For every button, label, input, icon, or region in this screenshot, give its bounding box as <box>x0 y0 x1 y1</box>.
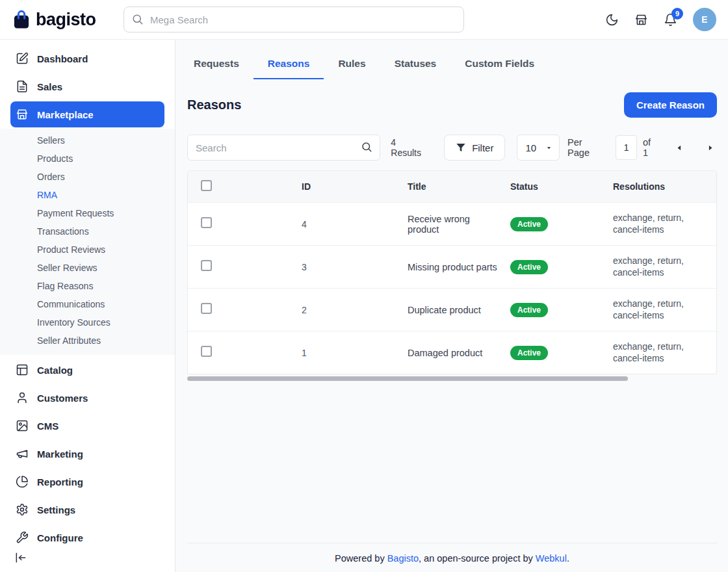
footer-text-suffix: . <box>567 553 569 564</box>
page-header: Reasons Create Reason <box>187 92 717 118</box>
search-icon <box>131 13 144 28</box>
brand-name: bagisto <box>36 10 96 30</box>
tab-rules[interactable]: Rules <box>324 50 380 79</box>
webkul-link[interactable]: Webkul <box>536 553 567 564</box>
sidebar-item-label: Configure <box>37 532 83 543</box>
cell-id: 2 <box>302 305 408 315</box>
sidebar-subitem-transactions[interactable]: Transactions <box>0 222 175 240</box>
chevron-right-icon <box>706 144 714 152</box>
top-header: bagisto 9 E <box>0 0 728 40</box>
horizontal-scrollbar <box>187 376 717 381</box>
status-badge: Active <box>510 303 548 317</box>
sidebar-item-cms[interactable]: CMS <box>10 413 164 439</box>
column-header-status[interactable]: Status <box>510 181 613 192</box>
sidebar-subitem-flag-reasons[interactable]: Flag Reasons <box>0 277 175 295</box>
sidebar: Dashboard Sales Marketplace Sellers Prod… <box>0 40 176 572</box>
notifications-button[interactable]: 9 <box>664 13 677 27</box>
configure-icon <box>16 531 29 544</box>
sidebar-item-settings[interactable]: Settings <box>10 497 164 523</box>
column-header-title[interactable]: Title <box>408 181 510 192</box>
sidebar-item-label: Sales <box>37 81 62 92</box>
next-page-button[interactable] <box>703 141 717 155</box>
per-page-value: 10 <box>525 142 536 153</box>
subitem-label: Products <box>37 153 73 164</box>
page-number-input[interactable] <box>616 135 637 160</box>
create-reason-button[interactable]: Create Reason <box>624 92 717 118</box>
footer-text-middle: , an open-source project by <box>419 553 536 564</box>
cms-icon <box>16 419 29 432</box>
sidebar-subitem-orders[interactable]: Orders <box>0 168 175 186</box>
tab-requests[interactable]: Requests <box>187 50 254 79</box>
per-page-select[interactable]: 10 <box>517 135 560 161</box>
datagrid-toolbar: 4 Results Filter 10 Per Page of 1 <box>187 135 717 161</box>
sidebar-item-catalog[interactable]: Catalog <box>10 357 164 383</box>
sidebar-item-label: Settings <box>37 504 75 515</box>
sidebar-subitem-inventory-sources[interactable]: Inventory Sources <box>0 313 175 332</box>
sidebar-item-configure[interactable]: Configure <box>10 525 164 551</box>
sidebar-item-marketing[interactable]: Marketing <box>10 441 164 467</box>
column-header-resolutions[interactable]: Resolutions <box>613 181 716 192</box>
visit-store-button[interactable] <box>634 13 648 27</box>
subitem-label: RMA <box>37 190 57 200</box>
sidebar-item-label: Catalog <box>37 365 73 376</box>
select-all-checkbox[interactable] <box>201 180 212 191</box>
subitem-label: Orders <box>37 172 65 182</box>
sidebar-subitem-communications[interactable]: Communications <box>0 295 175 313</box>
sidebar-item-customers[interactable]: Customers <box>10 385 164 411</box>
sidebar-collapse-button[interactable] <box>14 551 27 567</box>
dark-mode-toggle[interactable] <box>605 13 619 27</box>
subitem-label: Payment Requests <box>37 208 114 218</box>
sidebar-item-dashboard[interactable]: Dashboard <box>10 46 164 72</box>
row-checkbox[interactable] <box>201 217 212 228</box>
horizontal-scrollbar-thumb[interactable] <box>187 376 628 381</box>
sidebar-subitem-products[interactable]: Products <box>0 150 175 168</box>
bagisto-logo[interactable]: bagisto <box>12 9 113 30</box>
previous-page-button[interactable] <box>673 141 686 155</box>
sidebar-item-marketplace[interactable]: Marketplace <box>10 101 164 127</box>
row-checkbox[interactable] <box>201 346 212 357</box>
sidebar-subitem-payment-requests[interactable]: Payment Requests <box>0 204 175 222</box>
sidebar-subitem-seller-reviews[interactable]: Seller Reviews <box>0 259 175 277</box>
filter-label: Filter <box>472 142 493 153</box>
sidebar-subitem-product-reviews[interactable]: Product Reviews <box>0 240 175 259</box>
sidebar-item-sales[interactable]: Sales <box>10 73 164 99</box>
mega-search-input[interactable] <box>124 6 464 32</box>
tab-reasons[interactable]: Reasons <box>254 50 324 79</box>
datagrid-search <box>187 135 380 161</box>
sidebar-item-label: Customers <box>37 393 88 404</box>
settings-icon <box>16 503 29 516</box>
dashboard-icon <box>16 52 29 65</box>
sidebar-item-reporting[interactable]: Reporting <box>10 469 164 495</box>
row-checkbox[interactable] <box>201 260 212 271</box>
search-icon[interactable] <box>361 141 372 155</box>
chevron-left-icon <box>675 144 684 152</box>
marketing-icon <box>16 447 29 460</box>
row-checkbox[interactable] <box>201 303 212 314</box>
sidebar-subitem-seller-attributes[interactable]: Seller Attributes <box>0 332 175 350</box>
subitem-label: Transactions <box>37 226 89 237</box>
sidebar-item-label: Marketing <box>37 448 83 460</box>
moon-icon <box>605 13 619 27</box>
cell-resolutions: exchange, return, cancel-items <box>613 213 716 235</box>
sidebar-subitem-rma[interactable]: RMA <box>0 186 175 204</box>
notification-count-badge: 9 <box>671 8 683 20</box>
footer: Powered by Bagisto, an open-source proje… <box>187 543 717 572</box>
filter-button[interactable]: Filter <box>444 135 505 161</box>
bagisto-link[interactable]: Bagisto <box>387 553 419 564</box>
store-icon <box>634 13 648 27</box>
collapse-sidebar-icon <box>14 551 27 564</box>
tab-custom-fields[interactable]: Custom Fields <box>450 50 549 79</box>
tab-statuses[interactable]: Statuses <box>380 50 451 79</box>
cell-id: 1 <box>302 348 408 358</box>
per-page-label: Per Page <box>567 137 606 158</box>
status-badge: Active <box>510 346 548 360</box>
marketplace-icon <box>16 108 29 121</box>
user-avatar[interactable]: E <box>693 8 716 31</box>
sidebar-subitem-sellers[interactable]: Sellers <box>0 131 175 150</box>
column-header-id[interactable]: ID <box>302 181 408 192</box>
search-input[interactable] <box>187 135 380 161</box>
subitem-label: Seller Attributes <box>37 335 101 346</box>
page-total-label: of 1 <box>643 137 658 158</box>
cell-title: Missing product parts <box>408 262 510 272</box>
table-row: 2 Duplicate product Active exchange, ret… <box>188 288 716 331</box>
